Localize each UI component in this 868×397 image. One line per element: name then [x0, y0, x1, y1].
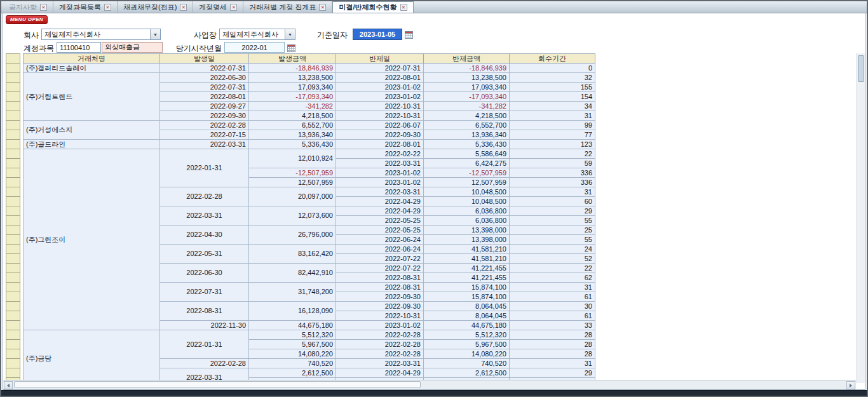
cell-samt[interactable]: 2,612,500: [424, 368, 510, 378]
row-selector[interactable]: [6, 368, 20, 378]
cell-sdate[interactable]: 2022-10-31: [336, 311, 424, 321]
cell-samt[interactable]: 15,874,100: [424, 283, 510, 292]
cell-sdate[interactable]: 2022-02-28: [336, 330, 424, 340]
cell-samt[interactable]: 6,036,800: [424, 216, 510, 225]
cell-per[interactable]: 336: [510, 178, 595, 187]
cell-samt[interactable]: 5,336,430: [424, 140, 510, 149]
row-selector[interactable]: [6, 64, 20, 73]
cell-sdate[interactable]: 2023-01-02: [336, 168, 424, 178]
row-selector[interactable]: [6, 245, 20, 254]
tab-close-icon[interactable]: ✕: [319, 4, 326, 11]
cell-per[interactable]: 59: [510, 159, 595, 168]
cell-samt[interactable]: 6,424,275: [424, 159, 510, 168]
cell-per[interactable]: 24: [510, 245, 595, 254]
cell-samt[interactable]: 6,552,700: [424, 121, 510, 130]
cell-sdate[interactable]: 2022-09-30: [336, 302, 424, 311]
row-selector[interactable]: [6, 206, 20, 216]
row-selector[interactable]: [6, 102, 20, 111]
cell-sdate[interactable]: 2022-08-01: [336, 140, 424, 149]
tab-계정명세[interactable]: 계정명세✕: [193, 1, 243, 13]
cell-oamt[interactable]: 16,128,090: [249, 302, 336, 321]
cell-per[interactable]: 61: [510, 292, 595, 302]
cell-sdate[interactable]: 2022-08-31: [336, 273, 424, 283]
cell-samt[interactable]: 8,064,045: [424, 311, 510, 321]
row-selector[interactable]: [6, 264, 20, 273]
cell-sdate[interactable]: 2022-04-29: [336, 368, 424, 378]
cell-per[interactable]: 29: [510, 206, 595, 216]
cell-per[interactable]: 30: [510, 302, 595, 311]
cell-oamt[interactable]: 83,162,420: [249, 245, 336, 264]
cell-samt[interactable]: 740,520: [424, 359, 510, 368]
cell-samt[interactable]: 13,398,000: [424, 225, 510, 235]
cell-odate[interactable]: 2022-09-27: [160, 102, 249, 111]
cell-samt[interactable]: 13,238,500: [424, 73, 510, 83]
cell-per[interactable]: 31: [510, 187, 595, 197]
cell-sdate[interactable]: 2022-04-29: [336, 197, 424, 206]
cell-samt[interactable]: -341,282: [424, 102, 510, 111]
cell-per[interactable]: 31: [510, 359, 595, 368]
cell-sdate[interactable]: 2022-08-31: [336, 283, 424, 292]
tab-close-icon[interactable]: ✕: [40, 4, 47, 11]
cell-odate[interactable]: 2022-07-31: [160, 283, 249, 302]
cell-samt[interactable]: 4,218,500: [424, 111, 510, 121]
cell-odate[interactable]: 2022-01-31: [160, 330, 249, 359]
row-selector[interactable]: [6, 340, 20, 349]
cell-per[interactable]: 60: [510, 197, 595, 206]
cell-samt[interactable]: 8,064,045: [424, 302, 510, 311]
cell-odate[interactable]: 2022-08-01: [160, 92, 249, 102]
cell-cust[interactable]: (주)금담: [24, 330, 160, 384]
account-name-input[interactable]: [102, 42, 163, 53]
cell-oamt[interactable]: 13,238,500: [249, 73, 336, 83]
cell-sdate[interactable]: 2022-06-24: [336, 245, 424, 254]
row-selector[interactable]: [6, 140, 20, 149]
cell-oamt[interactable]: 12,010,924: [249, 149, 336, 168]
cell-sdate[interactable]: 2023-01-02: [336, 83, 424, 92]
cell-samt[interactable]: 13,398,000: [424, 235, 510, 245]
cell-sdate[interactable]: 2022-02-28: [336, 340, 424, 349]
tab-거래처별 계정 집계표[interactable]: 거래처별 계정 집계표✕: [243, 1, 332, 13]
cell-odate[interactable]: 2022-03-31: [160, 140, 249, 149]
cell-per[interactable]: 55: [510, 216, 595, 225]
cell-samt[interactable]: 10,048,500: [424, 187, 510, 197]
cell-sdate[interactable]: 2022-07-22: [336, 254, 424, 264]
cell-cust[interactable]: (주)그린조이: [24, 149, 160, 330]
cell-sdate[interactable]: 2022-02-22: [336, 149, 424, 159]
cell-oamt[interactable]: 5,967,500: [249, 340, 336, 349]
chevron-down-icon[interactable]: ▼: [150, 29, 160, 39]
cell-samt[interactable]: 5,586,649: [424, 149, 510, 159]
row-selector[interactable]: [6, 321, 20, 330]
cell-odate[interactable]: 2022-08-31: [160, 302, 249, 321]
cell-oamt[interactable]: 26,796,000: [249, 225, 336, 245]
cell-odate[interactable]: 2022-09-30: [160, 111, 249, 121]
cell-per[interactable]: 28: [510, 330, 595, 340]
tab-close-icon[interactable]: ✕: [180, 4, 187, 11]
row-selector[interactable]: [6, 111, 20, 121]
base-date-input[interactable]: [353, 29, 402, 40]
cell-samt[interactable]: 15,874,100: [424, 292, 510, 302]
cell-per[interactable]: 31: [510, 111, 595, 121]
calendar-icon[interactable]: [287, 43, 295, 51]
cell-odate[interactable]: 2022-05-31: [160, 245, 249, 264]
cell-oamt[interactable]: 5,512,320: [249, 330, 336, 340]
cell-samt[interactable]: 44,675,180: [424, 321, 510, 330]
cell-oamt[interactable]: 6,552,700: [249, 121, 336, 130]
cell-sdate[interactable]: 2022-04-29: [336, 206, 424, 216]
cell-odate[interactable]: 2022-06-30: [160, 264, 249, 283]
account-code-input[interactable]: [57, 42, 101, 53]
cell-odate[interactable]: 2022-02-28: [160, 187, 249, 206]
row-selector[interactable]: [6, 83, 20, 92]
site-select[interactable]: 제일제지주식회사 ▼: [219, 29, 295, 40]
cell-samt[interactable]: 41,581,210: [424, 254, 510, 264]
cell-sdate[interactable]: 2022-02-28: [336, 349, 424, 359]
cell-cust[interactable]: (주)골드라인: [24, 140, 160, 149]
row-selector[interactable]: [6, 159, 20, 168]
cell-per[interactable]: 99: [510, 121, 595, 130]
cell-oamt[interactable]: -12,507,959: [249, 168, 336, 178]
cell-odate[interactable]: 2022-06-30: [160, 73, 249, 83]
calendar-icon[interactable]: [405, 30, 413, 38]
cell-per[interactable]: 29: [510, 368, 595, 378]
cell-odate[interactable]: 2022-04-30: [160, 225, 249, 245]
cell-sdate[interactable]: 2022-06-07: [336, 121, 424, 130]
cell-per[interactable]: 336: [510, 168, 595, 178]
row-selector[interactable]: [6, 330, 20, 340]
